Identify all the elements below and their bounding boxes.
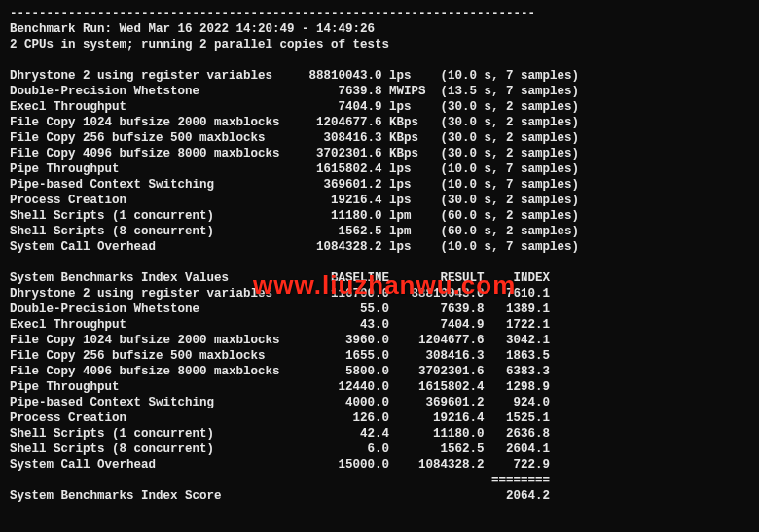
- terminal-output: ----------------------------------------…: [0, 0, 759, 532]
